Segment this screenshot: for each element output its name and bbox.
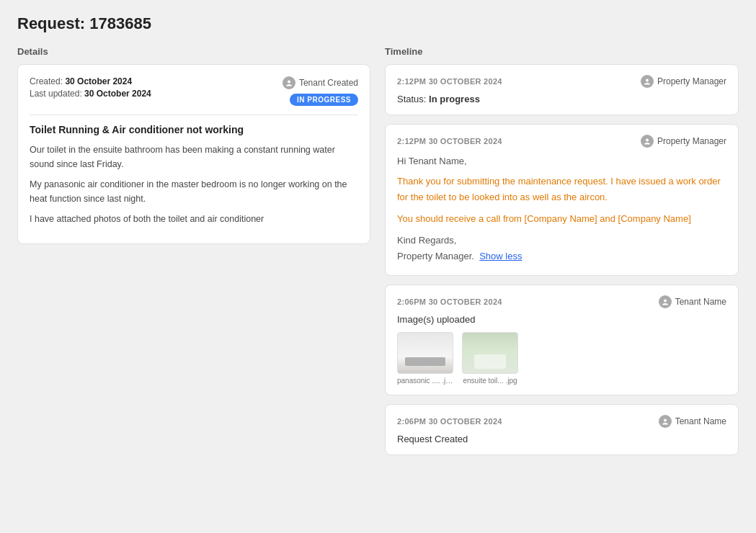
status-author: Property Manager: [641, 75, 726, 88]
page-title: Request: 1783685: [17, 14, 739, 33]
message-timestamp: 2:12PM 30 OCTOBER 2024: [397, 137, 502, 145]
details-panel: Details Created: 30 October 2024 Last up…: [17, 46, 370, 254]
created-timestamp: 2:06PM 30 OCTOBER 2024: [397, 417, 502, 426]
status-prefix: Status:: [397, 94, 429, 104]
toilet-caption: ensuite toil... .jpg: [463, 377, 517, 385]
request-created-text: Request Created: [397, 434, 726, 444]
svg-point-1: [646, 79, 649, 82]
message-salutation: Hi Tenant Name,: [397, 153, 726, 169]
timeline-entry-status: 2:12PM 30 OCTOBER 2024 Property Manager …: [385, 64, 739, 115]
tenant-avatar-icon-3: [659, 415, 672, 428]
issue-para-3: I have attached photos of both the toile…: [30, 212, 358, 226]
images-uploaded-label: Image(s) uploaded: [397, 314, 726, 325]
status-timestamp: 2:12PM 30 OCTOBER 2024: [397, 77, 502, 86]
details-dates: Created: 30 October 2024 Last updated: 3…: [30, 76, 151, 101]
message-author-name: Property Manager: [657, 136, 726, 146]
message-line-3: Kind Regards,: [397, 233, 726, 248]
message-body: Hi Tenant Name, Thank you for submitting…: [397, 153, 726, 265]
image-thumbs-container: panasonic .... .jpg ensuite toil... .jpg: [397, 332, 726, 385]
status-line: Status: In progress: [397, 94, 726, 104]
timeline-entry-images: 2:06PM 30 OCTOBER 2024 Tenant Name Image…: [385, 285, 739, 395]
status-author-name: Property Manager: [657, 76, 726, 86]
svg-point-3: [664, 299, 667, 302]
tenant-created-text: Tenant Created: [299, 78, 358, 88]
timeline-panel: Timeline 2:12PM 30 OCTOBER 2024 Property…: [385, 46, 739, 464]
tenant-avatar-icon: [283, 76, 295, 89]
created-date-row: Created: 30 October 2024: [30, 76, 151, 86]
ac-thumbnail[interactable]: [397, 332, 453, 374]
updated-label: Last updated:: [30, 89, 82, 99]
created-label: Created:: [30, 76, 63, 86]
tenant-avatar-icon-2: [659, 295, 672, 308]
image-thumb-toilet[interactable]: ensuite toil... .jpg: [462, 332, 518, 385]
issue-para-2: My panasonic air conditioner in the mast…: [30, 177, 358, 206]
message-line-1: Thank you for submitting the maintenance…: [397, 174, 726, 205]
created-date: 30 October 2024: [65, 76, 132, 86]
pm-avatar-icon-2: [641, 135, 654, 148]
svg-point-4: [664, 418, 667, 421]
pm-avatar-icon-1: [641, 75, 654, 88]
details-section-label: Details: [17, 46, 370, 57]
timeline-section-label: Timeline: [385, 46, 739, 57]
issue-body: Our toilet in the ensuite bathroom has b…: [30, 143, 358, 226]
message-sign: Property Manager.: [397, 251, 474, 261]
message-author: Property Manager: [641, 135, 726, 148]
timeline-entry-message: 2:12PM 30 OCTOBER 2024 Property Manager …: [385, 124, 739, 276]
timeline-entry-created: 2:06PM 30 OCTOBER 2024 Tenant Name Reque…: [385, 404, 739, 455]
updated-date: 30 October 2024: [84, 89, 151, 99]
issue-title: Toilet Running & Air conditioner not wor…: [30, 124, 358, 135]
updated-date-row: Last updated: 30 October 2024: [30, 89, 151, 99]
images-author: Tenant Name: [659, 295, 726, 308]
created-author-name: Tenant Name: [675, 416, 726, 426]
svg-point-0: [288, 81, 290, 84]
details-card: Created: 30 October 2024 Last updated: 3…: [17, 64, 370, 244]
status-badge: IN PROGRESS: [290, 94, 358, 106]
message-line-2: You should receive a call from [Company …: [397, 211, 726, 227]
message-line-4: Property Manager. Show less: [397, 248, 726, 264]
created-author: Tenant Name: [659, 415, 726, 428]
tenant-created-label: Tenant Created: [283, 76, 358, 89]
issue-para-1: Our toilet in the ensuite bathroom has b…: [30, 143, 358, 171]
message-highlight-2: You should receive a call from [Company …: [397, 213, 691, 224]
ac-caption: panasonic .... .jpg: [397, 377, 453, 385]
image-thumb-ac[interactable]: panasonic .... .jpg: [397, 332, 453, 385]
card-divider: [30, 115, 358, 115]
details-right: Tenant Created IN PROGRESS: [283, 76, 358, 106]
message-highlight-1: Thank you for submitting the maintenance…: [397, 176, 721, 202]
svg-point-2: [646, 139, 649, 142]
show-less-link[interactable]: Show less: [479, 251, 522, 261]
images-timestamp: 2:06PM 30 OCTOBER 2024: [397, 297, 502, 306]
status-value: In progress: [429, 94, 480, 104]
images-author-name: Tenant Name: [675, 297, 726, 307]
toilet-thumbnail[interactable]: [462, 332, 518, 374]
